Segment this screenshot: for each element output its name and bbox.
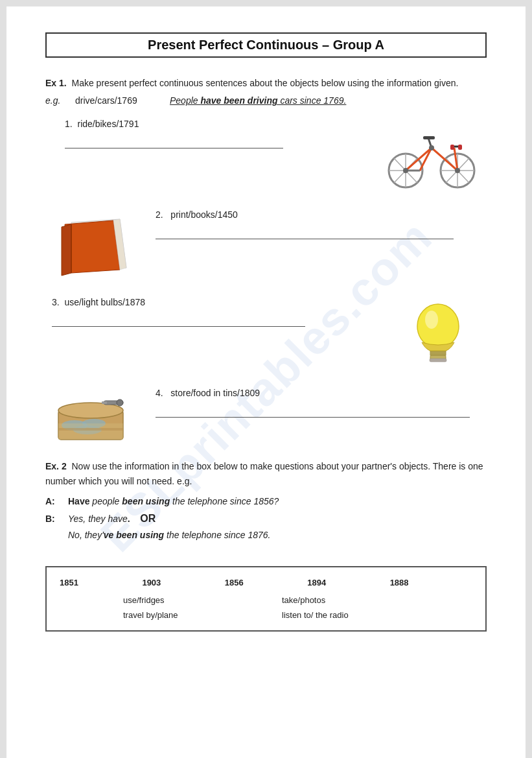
dialog-b-second-text: No, they've been using the telephone sin…: [68, 530, 270, 540]
item-4-answer-line[interactable]: [156, 405, 470, 418]
eg-answer: People have been driving cars since 1769…: [170, 95, 346, 106]
page: ESLprintables.com Present Perfect Contin…: [6, 6, 526, 758]
item-col1-empty-2: [60, 610, 123, 620]
svg-point-35: [58, 403, 123, 418]
svg-point-29: [425, 311, 438, 329]
ex-item-2-image: [45, 209, 143, 278]
item-3-answer-line[interactable]: [52, 314, 305, 327]
eg-label: e.g.: [45, 95, 65, 106]
item-use-fridges: use/fridges: [123, 595, 250, 605]
svg-point-37: [117, 399, 123, 406]
items-row-1: use/fridges take/photos: [60, 595, 472, 605]
year-1856: 1856: [225, 578, 307, 587]
svg-marker-24: [65, 220, 120, 273]
svg-rect-43: [58, 428, 123, 431]
have-word: Have: [68, 496, 89, 506]
svg-marker-25: [62, 224, 71, 276]
dialog-b-text: Yes, they have. OR: [68, 513, 156, 525]
book-icon: [55, 213, 133, 278]
ex2-intro-text: Now use the information in the box below…: [45, 461, 483, 486]
ex2-intro: Ex. 2 Now use the information in the box…: [45, 459, 487, 488]
svg-rect-18: [450, 145, 454, 150]
svg-rect-42: [58, 423, 123, 440]
ex1-label: Ex 1.: [45, 78, 67, 88]
eg-prompt: drive/cars/1769: [75, 95, 159, 106]
ex-item-1: 1. ride/bikes/1791: [45, 119, 487, 190]
item-4-prompt: 4. store/food in tins/1809: [156, 388, 487, 398]
ex1-intro: Ex 1. Make present perfect continuous se…: [45, 76, 487, 90]
ex-item-4-left: 4. store/food in tins/1809: [143, 388, 487, 418]
year-1888: 1888: [390, 578, 472, 587]
ex2-label: Ex. 2: [45, 461, 67, 471]
ex1-example: e.g. drive/cars/1769 People have been dr…: [45, 95, 487, 106]
or-word: OR: [140, 513, 156, 524]
eg-answer-bold: have been driving: [200, 95, 277, 106]
tin-icon: [52, 388, 136, 446]
dialog-a-text: Have people been using the telephone sin…: [68, 496, 279, 506]
item-4-text: store/food in tins/1809: [170, 388, 260, 398]
lightbulb-icon: [402, 297, 474, 368]
ex-item-2: 2. print/books/1450: [45, 209, 487, 278]
item-2-text: print/books/1450: [170, 209, 238, 220]
speaker-b: B:: [45, 514, 62, 524]
item-2-prompt: 2. print/books/1450: [156, 209, 487, 220]
item-2-number: 2.: [156, 209, 170, 220]
item-3-text: use/light bulbs/1878: [64, 297, 145, 307]
info-box: 1851 1903 1856 1894 1888 use/fridges tak…: [45, 566, 487, 632]
year-1894: 1894: [307, 578, 389, 587]
svg-rect-15: [423, 136, 435, 139]
dialog-a: A: Have people been using the telephone …: [45, 496, 487, 506]
svg-point-28: [417, 304, 459, 348]
ex-item-1-right: [376, 119, 487, 190]
item-col5-empty: [409, 595, 472, 605]
exercise-1: Ex 1. Make present perfect continuous se…: [45, 76, 487, 446]
years-row: 1851 1903 1856 1894 1888: [60, 578, 472, 587]
svg-point-22: [429, 145, 434, 150]
ex-item-1-left: 1. ride/bikes/1791: [45, 119, 376, 148]
bicycle-icon: [386, 119, 477, 190]
ex-item-3: 3. use/light bulbs/1878: [45, 297, 487, 368]
ex-item-3-left: 3. use/light bulbs/1878: [45, 297, 389, 327]
svg-rect-38: [102, 401, 107, 404]
svg-point-20: [403, 168, 408, 173]
item-take-photos: take/photos: [282, 595, 409, 605]
exercise-2: Ex. 2 Now use the information in the box…: [45, 459, 487, 540]
svg-point-21: [455, 168, 460, 173]
item-col3-empty: [250, 595, 282, 605]
item-1-text: ride/bikes/1791: [77, 119, 139, 129]
item-travel-plane: travel by/plane: [123, 610, 250, 620]
eg-answer-post: cars since 1769.: [278, 95, 347, 106]
eg-answer-pre: People: [170, 95, 200, 106]
item-3-prompt: 3. use/light bulbs/1878: [52, 297, 389, 307]
svg-line-10: [406, 148, 432, 171]
item-4-number: 4.: [156, 388, 170, 398]
ex-item-4: 4. store/food in tins/1809: [45, 388, 487, 446]
svg-rect-31: [430, 351, 446, 355]
ve-word: ve been using: [104, 530, 164, 540]
dialog-b-second: No, they've been using the telephone sin…: [45, 530, 487, 540]
svg-line-11: [432, 148, 457, 171]
svg-rect-19: [458, 145, 462, 150]
svg-rect-33: [430, 359, 446, 362]
ex-item-3-image: [389, 297, 487, 368]
item-col5-empty-2: [409, 610, 472, 620]
dialog-b: B: Yes, they have. OR: [45, 513, 487, 525]
item-1-number: 1.: [65, 119, 77, 129]
item-2-answer-line[interactable]: [156, 226, 454, 239]
items-row-2: travel by/plane listen to/ the radio: [60, 610, 472, 620]
ex-item-2-left: 2. print/books/1450: [143, 209, 487, 239]
item-col3-empty-2: [250, 610, 282, 620]
been-using-a: been using: [122, 496, 170, 506]
item-1-answer-line[interactable]: [65, 136, 283, 148]
year-1903: 1903: [142, 578, 224, 587]
item-listen-radio: listen to/ the radio: [282, 610, 409, 620]
item-col1-empty: [60, 595, 123, 605]
year-1851: 1851: [60, 578, 142, 587]
svg-line-12: [420, 148, 432, 171]
title-box: Present Perfect Continuous – Group A: [45, 32, 487, 58]
item-1-prompt: 1. ride/bikes/1791: [65, 119, 376, 129]
page-title: Present Perfect Continuous – Group A: [148, 38, 384, 53]
item-3-number: 3.: [52, 297, 64, 307]
ex-item-4-image: [45, 388, 143, 446]
speaker-a: A:: [45, 496, 62, 506]
